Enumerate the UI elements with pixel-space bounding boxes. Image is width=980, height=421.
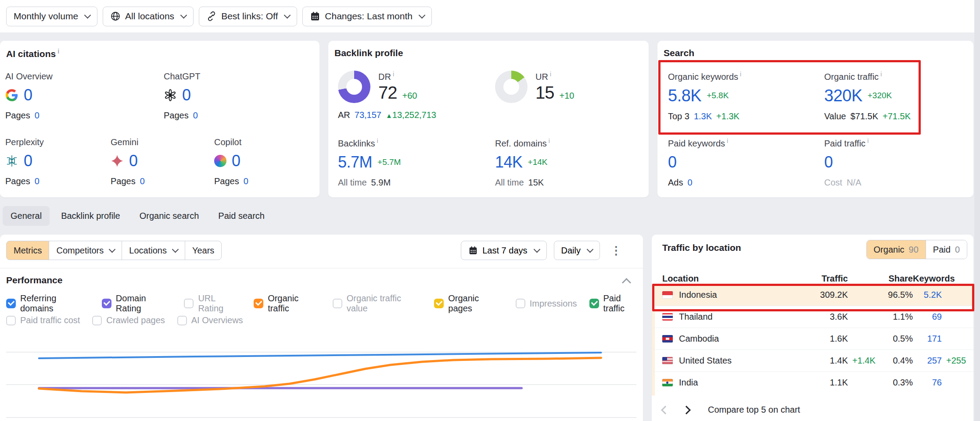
info-icon[interactable]: i bbox=[377, 137, 378, 144]
tab-backlink-profile[interactable]: Backlink profile bbox=[53, 206, 128, 226]
share-value: 0.5% bbox=[882, 334, 913, 344]
changes-dropdown[interactable]: Changes: Last month bbox=[302, 7, 432, 26]
info-icon[interactable]: i bbox=[550, 71, 551, 78]
keywords-link[interactable]: 69 bbox=[913, 312, 942, 322]
keywords-link[interactable]: 171 bbox=[913, 334, 942, 344]
metric-checkbox-impressions[interactable]: Impressions bbox=[516, 299, 577, 309]
info-icon[interactable]: i bbox=[867, 137, 869, 144]
toggle-organic[interactable]: Organic90 bbox=[867, 240, 926, 259]
metric-checkbox-url-rating[interactable]: URL Rating bbox=[184, 293, 241, 314]
monthly-volume-dropdown[interactable]: Monthly volume bbox=[6, 7, 97, 26]
location-row-united-states[interactable]: United States1.4K+1.4K0.4%257+255 bbox=[652, 350, 973, 371]
locations-dropdown[interactable]: Locations bbox=[122, 241, 185, 260]
checkbox-icon[interactable] bbox=[6, 299, 16, 308]
metric-checkbox-ai-overviews[interactable]: AI Overviews bbox=[177, 315, 243, 325]
metric-checkbox-row-1: Referring domainsDomain RatingURL Rating… bbox=[6, 293, 643, 314]
ads-value-link[interactable]: 0 bbox=[687, 178, 692, 188]
monthly-volume-label: Monthly volume bbox=[14, 11, 78, 21]
info-icon[interactable]: i bbox=[880, 71, 882, 78]
ai-overview-metric: AI Overview 0 Pages0 bbox=[5, 71, 150, 121]
tab-paid-search[interactable]: Paid search bbox=[210, 206, 273, 226]
gemini-pages-link[interactable]: 0 bbox=[140, 176, 145, 186]
checkbox-icon[interactable] bbox=[184, 299, 194, 308]
checkbox-icon[interactable] bbox=[102, 299, 111, 308]
keywords-link[interactable]: 5.2K bbox=[913, 290, 942, 300]
location-row-thailand[interactable]: Thailand3.6K1.1%69 bbox=[652, 306, 973, 328]
locations-dropdown[interactable]: All locations bbox=[103, 7, 194, 26]
checkbox-icon[interactable] bbox=[589, 299, 599, 308]
alltime-value: 15K bbox=[528, 178, 544, 188]
chevron-down-icon bbox=[109, 246, 116, 253]
copilot-pages-link[interactable]: 0 bbox=[244, 176, 248, 186]
location-table-body: Indonesia309.2K96.5%5.2KThailand3.6K1.1%… bbox=[652, 284, 973, 393]
th-flag-icon bbox=[662, 313, 673, 321]
compare-top5-link[interactable]: Compare top 5 on chart bbox=[708, 405, 800, 415]
ref-domains-delta: +14K bbox=[528, 157, 548, 167]
ai-overview-label: AI Overview bbox=[5, 71, 150, 82]
backlinks-metric: Backlinksi 5.7M +5.7M All time5.9M bbox=[338, 137, 483, 188]
best-links-dropdown[interactable]: Best links: Off bbox=[199, 7, 297, 26]
collapse-chevron-up-icon[interactable] bbox=[622, 278, 631, 287]
info-icon[interactable]: i bbox=[393, 71, 394, 78]
location-row-india[interactable]: India1.1K0.3%76 bbox=[652, 371, 973, 393]
authority-rank-row: AR 73,157 ▲13,252,713 bbox=[338, 110, 436, 120]
info-icon[interactable]: i bbox=[740, 71, 741, 78]
in-flag-icon bbox=[662, 379, 673, 386]
metric-checkbox-organic-pages[interactable]: Organic pages bbox=[434, 293, 503, 314]
competitors-dropdown[interactable]: Competitors bbox=[49, 241, 122, 260]
tab-general[interactable]: General bbox=[3, 206, 50, 226]
granularity-dropdown[interactable]: Daily bbox=[554, 241, 600, 260]
ai-overview-pages-link[interactable]: 0 bbox=[35, 111, 39, 121]
years-button[interactable]: Years bbox=[185, 241, 222, 260]
checkbox-icon[interactable] bbox=[177, 316, 187, 325]
paid-keywords-label: Paid keywordsi bbox=[668, 137, 813, 149]
metric-checkbox-paid-traffic-cost[interactable]: Paid traffic cost bbox=[6, 315, 80, 325]
checkbox-icon[interactable] bbox=[333, 299, 342, 308]
info-icon[interactable]: i bbox=[727, 137, 728, 144]
chatgpt-metric: ChatGPT 0 Pages0 bbox=[164, 71, 309, 121]
country-cell: India bbox=[662, 378, 800, 388]
info-icon[interactable]: i bbox=[57, 48, 59, 55]
date-range-dropdown[interactable]: Last 7 days bbox=[461, 241, 546, 260]
checkbox-icon[interactable] bbox=[92, 316, 102, 325]
checkbox-icon[interactable] bbox=[516, 299, 525, 308]
page-scrollbar[interactable] bbox=[974, 0, 980, 421]
perplexity-icon bbox=[5, 154, 18, 168]
metric-checkbox-label: Domain Rating bbox=[116, 293, 172, 314]
checkbox-icon[interactable] bbox=[6, 316, 16, 325]
metric-checkbox-referring-domains[interactable]: Referring domains bbox=[6, 293, 90, 314]
more-options-kebab-icon[interactable]: ⋮ bbox=[607, 244, 625, 257]
metric-checkbox-crawled-pages[interactable]: Crawled pages bbox=[92, 315, 165, 325]
checkbox-icon[interactable] bbox=[434, 299, 444, 308]
metric-checkbox-domain-rating[interactable]: Domain Rating bbox=[102, 293, 172, 314]
checkbox-icon[interactable] bbox=[254, 299, 263, 308]
next-page-chevron-icon[interactable] bbox=[682, 406, 691, 414]
top3-value-link[interactable]: 1.3K bbox=[694, 111, 712, 121]
perplexity-pages-link[interactable]: 0 bbox=[35, 176, 39, 186]
traffic-value: 1.1K bbox=[800, 378, 848, 388]
ar-value-link[interactable]: 73,157 bbox=[355, 110, 381, 120]
paid-traffic-metric: Paid traffici 0 Cost N/A bbox=[824, 137, 969, 188]
tab-organic-search[interactable]: Organic search bbox=[132, 206, 207, 226]
performance-line-chart[interactable] bbox=[6, 333, 636, 421]
location-row-indonesia[interactable]: Indonesia309.2K96.5%5.2K bbox=[652, 284, 973, 306]
toggle-paid[interactable]: Paid0 bbox=[926, 240, 967, 259]
location-row-cambodia[interactable]: Cambodia1.6K0.5%171 bbox=[652, 328, 973, 350]
info-icon[interactable]: i bbox=[549, 137, 550, 144]
globe-icon bbox=[110, 11, 121, 21]
keywords-link[interactable]: 76 bbox=[913, 378, 942, 388]
paid-traffic-label: Paid traffici bbox=[824, 137, 969, 149]
metric-checkbox-organic-traffic-value[interactable]: Organic traffic value bbox=[333, 293, 422, 314]
metric-checkbox-organic-traffic[interactable]: Organic traffic bbox=[254, 293, 320, 314]
chatgpt-pages-link[interactable]: 0 bbox=[193, 111, 198, 121]
metrics-button[interactable]: Metrics bbox=[6, 241, 49, 260]
chatgpt-label: ChatGPT bbox=[164, 71, 309, 82]
traffic-value: 3.6K bbox=[800, 312, 848, 322]
metric-checkbox-paid-traffic[interactable]: Paid traffic bbox=[589, 293, 643, 314]
column-location: Location bbox=[662, 274, 800, 284]
search-card: Search Organic keywordsi 5.8K +5.8K Top … bbox=[657, 41, 973, 197]
previous-page-chevron-icon[interactable] bbox=[661, 406, 670, 414]
alltime-value: 5.9M bbox=[371, 178, 391, 188]
chevron-down-icon bbox=[419, 11, 426, 18]
keywords-link[interactable]: 257 bbox=[913, 356, 942, 366]
